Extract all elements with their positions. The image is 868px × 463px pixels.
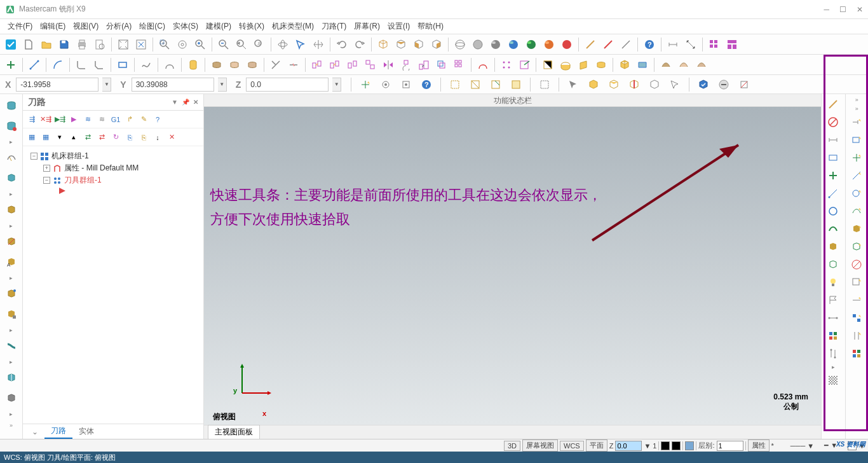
sel-all-icon[interactable]: ⇶ bbox=[25, 113, 38, 126]
exit-icon[interactable] bbox=[516, 57, 532, 73]
mru-wire-icon[interactable] bbox=[824, 257, 843, 272]
box5-icon[interactable] bbox=[3, 305, 20, 323]
point-icon[interactable] bbox=[3, 57, 19, 73]
r-bolt3-icon[interactable] bbox=[847, 150, 866, 165]
cylinder-icon[interactable] bbox=[185, 57, 201, 73]
chamfer-icon[interactable] bbox=[91, 57, 107, 73]
zoom-previous-icon[interactable] bbox=[233, 36, 250, 53]
tb11-icon[interactable]: ✕ bbox=[165, 131, 178, 144]
front-view-icon[interactable] bbox=[410, 36, 427, 53]
color-swatch-3[interactable] bbox=[685, 441, 694, 450]
mru-color-icon[interactable] bbox=[824, 328, 843, 343]
tb1-icon[interactable]: ▦ bbox=[25, 131, 38, 144]
r-bolt11-icon[interactable] bbox=[847, 310, 866, 326]
mru-circle-icon[interactable] bbox=[824, 204, 843, 219]
toggle-icon[interactable] bbox=[736, 76, 752, 93]
box-solid-icon[interactable] bbox=[616, 57, 633, 73]
box-a-icon[interactable]: A bbox=[3, 253, 20, 271]
dimension-icon[interactable] bbox=[665, 36, 681, 53]
status-attr[interactable]: 属性 bbox=[748, 439, 770, 452]
xform-mirror-icon[interactable] bbox=[380, 57, 397, 73]
right-view-icon[interactable] bbox=[428, 36, 445, 53]
translucent-icon[interactable] bbox=[541, 36, 557, 53]
status-3d[interactable]: 3D bbox=[504, 441, 520, 451]
chevron-icon[interactable]: » bbox=[10, 421, 13, 430]
rectangle-icon[interactable] bbox=[114, 57, 131, 73]
status-screen-view[interactable]: 屏幕视图 bbox=[522, 439, 558, 452]
status-step[interactable]: ▼ 1 bbox=[644, 442, 656, 450]
end-sel-icon[interactable] bbox=[715, 76, 732, 93]
zoom-in-icon[interactable] bbox=[192, 36, 208, 53]
mru-rect-icon[interactable] bbox=[824, 150, 843, 165]
autocursor-icon[interactable] bbox=[398, 76, 414, 93]
layout-icon[interactable] bbox=[724, 36, 740, 53]
xform2-icon[interactable] bbox=[327, 57, 343, 73]
tb9-icon[interactable]: ⎘ bbox=[137, 131, 150, 144]
iso-view-icon[interactable] bbox=[375, 36, 391, 53]
box1-icon[interactable] bbox=[3, 169, 20, 187]
r-bolt7-icon[interactable] bbox=[847, 221, 866, 237]
selbox-icon[interactable] bbox=[536, 76, 553, 93]
verify-icon[interactable]: ≋ bbox=[95, 113, 108, 126]
solid4-icon[interactable] bbox=[593, 57, 609, 73]
hsf-icon[interactable]: ↱ bbox=[123, 113, 136, 126]
view-tab-main[interactable]: 主视图面板 bbox=[208, 425, 260, 439]
solid1-icon[interactable] bbox=[539, 57, 556, 73]
mru-line-icon[interactable] bbox=[824, 186, 843, 201]
tb5-icon[interactable]: ⇄ bbox=[81, 131, 94, 144]
mru-dim-icon[interactable] bbox=[824, 132, 843, 148]
new-file-icon[interactable] bbox=[20, 36, 37, 53]
tb2-icon[interactable]: ▦ bbox=[39, 131, 52, 144]
menu-edit[interactable]: 编辑(E) bbox=[36, 20, 69, 33]
sel4-icon[interactable] bbox=[508, 76, 524, 93]
menu-settings[interactable]: 设置(I) bbox=[384, 20, 414, 33]
sel2-icon[interactable] bbox=[467, 76, 484, 93]
menu-view[interactable]: 视图(V) bbox=[69, 20, 102, 33]
shaded-outline-icon[interactable] bbox=[487, 36, 504, 53]
tb3-icon[interactable]: ▾ bbox=[53, 131, 66, 144]
panel-dropdown-icon[interactable]: ▼ bbox=[172, 99, 178, 106]
delete-icon[interactable] bbox=[475, 57, 491, 73]
menu-transform[interactable]: 转换(X) bbox=[235, 20, 268, 33]
xform-offset-icon[interactable] bbox=[433, 57, 450, 73]
zoom-window-icon[interactable] bbox=[156, 36, 173, 53]
r-bolt6-icon[interactable] bbox=[847, 204, 866, 219]
curve-icon[interactable] bbox=[161, 57, 178, 73]
cursor-icon[interactable] bbox=[292, 36, 309, 53]
line-endpoint-icon[interactable] bbox=[26, 57, 43, 73]
undo-icon[interactable] bbox=[334, 36, 350, 53]
stock2-icon[interactable] bbox=[3, 117, 20, 135]
box6-icon[interactable] bbox=[3, 369, 20, 387]
tree-toolgroup[interactable]: − 刀具群组-1 bbox=[25, 174, 201, 186]
status-layer-input[interactable] bbox=[717, 441, 743, 451]
expand-icon[interactable]: ▸ bbox=[10, 326, 13, 335]
expand-icon[interactable]: ▸ bbox=[10, 137, 13, 146]
backplot-icon[interactable]: ≋ bbox=[81, 113, 94, 126]
print-preview-icon[interactable] bbox=[92, 36, 108, 53]
verify-sel-icon[interactable] bbox=[695, 76, 712, 93]
tb8-icon[interactable]: ⎘ bbox=[123, 131, 136, 144]
tb6-icon[interactable]: ⇄ bbox=[95, 131, 108, 144]
z-input[interactable] bbox=[246, 78, 329, 92]
z-dropdown[interactable]: ▼ bbox=[332, 78, 341, 92]
dimension2-icon[interactable] bbox=[682, 36, 699, 53]
outline-shaded-icon[interactable] bbox=[559, 36, 575, 53]
open-file-icon[interactable] bbox=[38, 36, 55, 53]
line3-icon[interactable] bbox=[618, 36, 634, 53]
menu-solid[interactable]: 实体(S) bbox=[169, 20, 202, 33]
grid4-icon[interactable] bbox=[498, 57, 515, 73]
r-no-icon[interactable] bbox=[847, 257, 866, 272]
panel-pin-icon[interactable]: 📌 bbox=[182, 99, 189, 106]
menu-help[interactable]: 帮助(H) bbox=[414, 20, 447, 33]
planar-icon[interactable] bbox=[634, 57, 651, 73]
tree-props[interactable]: + 属性 - Mill Default MM bbox=[25, 162, 201, 174]
xform-array-icon[interactable] bbox=[451, 57, 468, 73]
maximize-button[interactable]: ☐ bbox=[839, 5, 846, 14]
expand-icon[interactable]: ▸ bbox=[10, 273, 13, 282]
color-swatch-2[interactable] bbox=[672, 441, 681, 450]
mru-flag-icon[interactable] bbox=[824, 293, 843, 308]
help2-icon[interactable]: ? bbox=[418, 76, 435, 93]
r-bolt10-icon[interactable] bbox=[847, 293, 866, 308]
expand-icon[interactable]: ▸ bbox=[10, 410, 13, 418]
sweep2-icon[interactable] bbox=[675, 57, 692, 73]
